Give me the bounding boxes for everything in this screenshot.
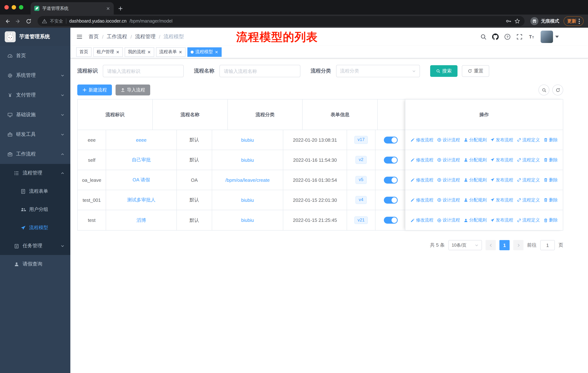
sidebar-item-process-model[interactable]: 流程模型 xyxy=(0,219,70,237)
publish-process-link[interactable]: 发布流程 xyxy=(490,217,513,223)
reload-button[interactable] xyxy=(26,18,32,24)
publish-process-link[interactable]: 发布流程 xyxy=(490,137,513,143)
sidebar-item-system-management[interactable]: 系统管理 xyxy=(0,66,70,85)
minimize-window-button[interactable] xyxy=(12,5,16,10)
edit-process-link[interactable]: 修改流程 xyxy=(410,177,433,183)
tag-item[interactable]: 我的流程 xyxy=(125,47,154,57)
user-avatar-button[interactable] xyxy=(541,30,559,43)
delete-link[interactable]: 删除 xyxy=(544,177,558,183)
design-process-link[interactable]: 设计流程 xyxy=(437,217,460,223)
filter-select[interactable]: 流程分类 xyxy=(336,65,420,77)
sidebar-item-payment-management[interactable]: 支付管理 xyxy=(0,85,70,105)
sidebar-item-dev-tools[interactable]: 研发工具 xyxy=(0,125,70,144)
bookmark-star-icon[interactable] xyxy=(514,18,520,24)
assign-rule-link[interactable]: 分配规则 xyxy=(464,197,487,203)
process-name-link[interactable]: 滔博 xyxy=(136,217,146,223)
sidebar-item-workflow[interactable]: 工作流程 xyxy=(0,144,70,164)
active-toggle[interactable] xyxy=(384,217,398,224)
form-link[interactable]: biubiu xyxy=(241,217,254,223)
page-size-select[interactable]: 10条/页 xyxy=(448,240,482,250)
fullscreen-button[interactable] xyxy=(516,33,523,40)
next-page-button[interactable] xyxy=(513,240,524,250)
process-name-link[interactable]: OA 请假 xyxy=(133,177,150,183)
delete-link[interactable]: 删除 xyxy=(544,217,558,223)
edit-process-link[interactable]: 修改流程 xyxy=(410,197,433,203)
assign-rule-link[interactable]: 分配规则 xyxy=(464,157,487,163)
publish-process-link[interactable]: 发布流程 xyxy=(490,177,513,183)
assign-rule-link[interactable]: 分配规则 xyxy=(464,217,487,223)
active-toggle[interactable] xyxy=(384,156,398,163)
create-process-button[interactable]: 新建流程 xyxy=(77,84,112,95)
design-process-link[interactable]: 设计流程 xyxy=(437,137,460,143)
process-definition-link[interactable]: 流程定义 xyxy=(517,137,540,143)
tag-item[interactable]: 流程表单 xyxy=(156,47,186,57)
font-size-button[interactable]: TT xyxy=(528,33,535,40)
page-number-button[interactable]: 1 xyxy=(499,240,510,250)
search-button[interactable]: 搜索 xyxy=(430,65,458,77)
assign-rule-link[interactable]: 分配规则 xyxy=(464,137,487,143)
sidebar-item-process-management[interactable]: 流程管理 xyxy=(0,164,70,182)
breadcrumb-item[interactable]: 工作流程 xyxy=(107,33,127,40)
design-process-link[interactable]: 设计流程 xyxy=(437,157,460,163)
tag-item[interactable]: 流程模型 xyxy=(187,47,222,57)
form-link[interactable]: biubiu xyxy=(241,157,254,163)
sidebar-item-leave-query[interactable]: 请假查询 xyxy=(0,255,70,273)
prev-page-button[interactable] xyxy=(486,240,496,250)
delete-link[interactable]: 删除 xyxy=(544,197,558,203)
key-icon[interactable] xyxy=(506,18,511,24)
form-link[interactable]: /bpm/oa/leave/create xyxy=(225,177,270,183)
tag-close-icon[interactable] xyxy=(179,50,182,54)
sidebar-item-infrastructure[interactable]: 基础设施 xyxy=(0,105,70,125)
tag-item[interactable]: 首页 xyxy=(76,47,92,57)
process-definition-link[interactable]: 流程定义 xyxy=(517,177,540,183)
publish-process-link[interactable]: 发布流程 xyxy=(490,157,513,163)
delete-link[interactable]: 删除 xyxy=(544,157,558,163)
incognito-badge[interactable]: 无痕模式 xyxy=(530,17,559,25)
active-toggle[interactable] xyxy=(384,136,398,143)
tag-close-icon[interactable] xyxy=(116,50,120,54)
tag-item[interactable]: 租户管理 xyxy=(93,47,123,57)
active-toggle[interactable] xyxy=(384,197,398,203)
update-button[interactable]: 更新 xyxy=(564,16,584,26)
sidebar-item-process-form[interactable]: 流程表单 xyxy=(0,182,70,200)
breadcrumb-item[interactable]: 流程管理 xyxy=(135,33,156,40)
breadcrumb-item[interactable]: 首页 xyxy=(89,33,99,40)
goto-page-input[interactable] xyxy=(540,240,555,250)
process-definition-link[interactable]: 流程定义 xyxy=(517,157,540,163)
close-window-button[interactable] xyxy=(4,5,9,10)
design-process-link[interactable]: 设计流程 xyxy=(437,177,460,183)
delete-link[interactable]: 删除 xyxy=(544,137,558,143)
tag-close-icon[interactable] xyxy=(215,50,218,54)
sidebar-item-user-group[interactable]: 用户分组 xyxy=(0,200,70,219)
active-toggle[interactable] xyxy=(384,176,398,183)
process-name-link[interactable]: 自己审批 xyxy=(132,157,151,163)
tag-close-icon[interactable] xyxy=(147,50,151,54)
forward-button[interactable] xyxy=(15,18,21,24)
menu-kebab-icon[interactable] xyxy=(578,18,580,24)
sidebar-item-task-management[interactable]: 任务管理 xyxy=(0,237,70,255)
github-button[interactable] xyxy=(492,33,499,40)
sidebar-toggle-button[interactable] xyxy=(76,33,83,40)
sidebar-item-home[interactable]: 首页 xyxy=(0,46,70,66)
edit-process-link[interactable]: 修改流程 xyxy=(410,217,433,223)
app-logo[interactable]: 芋道管理系统 xyxy=(0,28,70,46)
import-process-button[interactable]: 导入流程 xyxy=(116,84,150,95)
design-process-link[interactable]: 设计流程 xyxy=(437,197,460,203)
process-name-link[interactable]: 测试多审批人 xyxy=(127,197,156,203)
form-link[interactable]: biubiu xyxy=(241,197,254,203)
toggle-search-button[interactable] xyxy=(538,84,549,95)
assign-rule-link[interactable]: 分配规则 xyxy=(464,177,487,183)
reset-button[interactable]: 重置 xyxy=(462,65,489,77)
refresh-table-button[interactable] xyxy=(552,84,563,95)
publish-process-link[interactable]: 发布流程 xyxy=(490,197,513,203)
filter-input[interactable] xyxy=(220,65,300,77)
new-tab-button[interactable] xyxy=(118,6,123,11)
tab-close-icon[interactable] xyxy=(106,6,110,10)
process-name-link[interactable]: eeee xyxy=(136,137,147,143)
process-definition-link[interactable]: 流程定义 xyxy=(517,197,540,203)
edit-process-link[interactable]: 修改流程 xyxy=(410,137,433,143)
address-bar[interactable]: 不安全 dashboard.yudao.iocoder.cn/bpm/manag… xyxy=(38,16,525,26)
back-button[interactable] xyxy=(4,18,10,24)
filter-input[interactable] xyxy=(103,65,184,77)
search-button[interactable] xyxy=(480,33,487,40)
